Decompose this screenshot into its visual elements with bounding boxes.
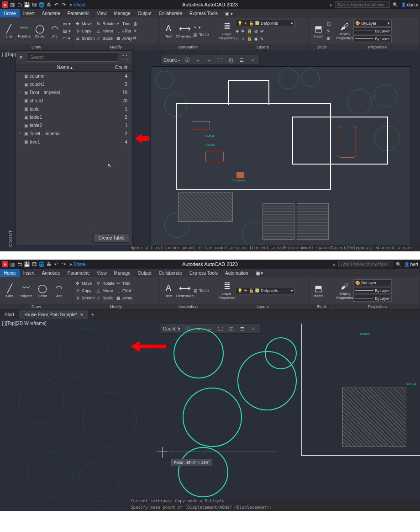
share-button[interactable]: ➤ Share — [69, 262, 86, 267]
ellipse-button[interactable]: ⬭▾ — [63, 35, 71, 42]
column-header-name[interactable]: Name ▴ — [21, 65, 109, 70]
app-logo-icon[interactable]: A — [2, 261, 8, 267]
circle-button[interactable]: ◯Circle — [32, 23, 47, 39]
line-button[interactable]: ╱Line — [2, 23, 16, 39]
tab-parametric[interactable]: Parametric — [64, 269, 93, 277]
offset-button[interactable]: ⧉ — [133, 35, 137, 42]
insert-button[interactable]: ⬒Insert — [310, 283, 326, 298]
redo-icon[interactable]: ↷ — [60, 1, 67, 8]
layer-off-icon[interactable]: ◍ — [254, 29, 258, 33]
explode-button[interactable]: ✦ — [133, 27, 137, 34]
count-info-icon[interactable]: ⓘ — [184, 56, 191, 64]
tab-overflow[interactable]: ▣ ▾ — [221, 9, 236, 17]
undo-icon[interactable]: ↶ — [53, 1, 59, 8]
count-select-icon[interactable]: ◰ — [228, 325, 235, 332]
count-row[interactable]: ▣table12 — [16, 113, 132, 121]
circle-button[interactable]: ◯Circle — [35, 283, 50, 298]
plot-icon[interactable]: 🖶 — [46, 1, 52, 8]
open-icon[interactable]: 🗀 — [16, 1, 23, 8]
help-search-input[interactable] — [338, 261, 393, 267]
move-button[interactable]: ✥Move — [75, 20, 95, 27]
line-button[interactable]: ╱Line — [2, 283, 17, 298]
tab-home[interactable]: Home — [0, 9, 20, 17]
copy-button[interactable]: ⎘Copy — [75, 287, 95, 294]
count-area-icon[interactable]: ⛶ — [121, 53, 129, 61]
command-line[interactable]: Specify first corner point of the count … — [128, 245, 420, 251]
tab-collaborate[interactable]: Collaborate — [155, 9, 186, 17]
tab-manage[interactable]: Manage — [110, 269, 134, 277]
arc-button[interactable]: ◠Arc — [51, 283, 67, 298]
match-properties-button[interactable]: 🖌Match Properties — [337, 281, 352, 300]
stretch-button[interactable]: ⇲Stretch — [75, 294, 95, 301]
close-icon[interactable]: ✕ — [19, 54, 24, 60]
view-label[interactable]: [-][Top][2D Wireframe] — [2, 321, 47, 326]
close-icon[interactable]: ✕ — [80, 312, 84, 317]
count-row[interactable]: ▣table1 — [16, 105, 132, 113]
layer-properties-button[interactable]: ≣Layer Properties — [219, 281, 235, 300]
expand-icon[interactable]: + — [18, 90, 22, 95]
trim-button[interactable]: ✂Trim — [116, 20, 132, 27]
tab-insert[interactable]: Insert — [20, 269, 38, 277]
mirror-button[interactable]: △Mirror — [96, 287, 115, 294]
count-list-icon[interactable]: ☰ — [239, 325, 246, 332]
count-accept-icon[interactable]: ✔ — [249, 56, 257, 64]
count-select-icon[interactable]: ◰ — [227, 56, 235, 64]
tab-overflow[interactable]: ▣ ▾ — [252, 269, 267, 277]
command-line[interactable]: Specify base point or [Displacement/mOde… — [128, 505, 420, 511]
new-tab-button[interactable]: ＋ — [88, 311, 97, 318]
search-icon[interactable]: 🔍 — [396, 262, 401, 267]
new-icon[interactable]: ▥ — [9, 1, 16, 8]
count-row[interactable]: ▣table21 — [16, 121, 132, 129]
tab-annotate[interactable]: Annotate — [38, 9, 64, 17]
layer-current-dropdown[interactable]: 💡 ☀ 🔓 Defpoints ▾ — [236, 287, 295, 294]
help-arrow-icon[interactable]: ▸ — [333, 262, 336, 267]
tab-output[interactable]: Output — [134, 269, 155, 277]
user-menu[interactable]: 👤 dan.v — [401, 2, 418, 7]
fillet-button[interactable]: ◟Fillet — [116, 287, 132, 294]
color-bylayer-dropdown[interactable]: 🎨 ByLayer — [353, 279, 392, 286]
user-menu[interactable]: 👤 bert — [404, 262, 418, 267]
polyline-button[interactable]: 〰Polyline — [18, 283, 34, 298]
count-row[interactable]: ▣couch12 — [16, 80, 132, 88]
column-header-count[interactable]: Count — [109, 65, 127, 70]
tab-parametric[interactable]: Parametric — [64, 9, 93, 17]
attr-block-icon[interactable]: ⊞ — [327, 35, 331, 42]
erase-button[interactable]: 🗑 — [133, 20, 137, 27]
insert-button[interactable]: ⬒Insert — [310, 23, 326, 39]
layer-freeze-icon[interactable]: ❄ — [241, 29, 245, 33]
search-icon[interactable]: 🔍 — [393, 2, 398, 7]
tab-express-tools[interactable]: Express Tools — [186, 269, 221, 277]
tab-view[interactable]: View — [93, 269, 110, 277]
share-button[interactable]: ➤ Share — [69, 2, 86, 7]
count-next-icon[interactable]: → — [205, 56, 213, 64]
rotate-button[interactable]: ↻Rotate — [96, 20, 115, 27]
array-button[interactable]: ▦Array — [116, 35, 132, 42]
rect-button[interactable]: ▭▾ — [63, 20, 71, 27]
stretch-button[interactable]: ⇲Stretch — [75, 35, 95, 42]
count-prev-icon[interactable]: ← — [194, 56, 202, 64]
save-icon[interactable]: 💾 — [24, 261, 30, 267]
layer-lock-icon[interactable]: 🔒 — [247, 29, 252, 33]
edit-block-icon[interactable]: ✎ — [327, 27, 331, 34]
hatch-button[interactable]: ▧▾ — [63, 27, 71, 34]
open-icon[interactable]: 🗀 — [16, 261, 23, 267]
layer-properties-button[interactable]: ≣Layer Properties — [219, 21, 235, 41]
undo-icon[interactable]: ↶ — [53, 261, 59, 267]
drawing-canvas-top[interactable]: [-][Top][2D Wireframe] Count: - ⓘ ← → ⛶ … — [0, 50, 420, 251]
saveas-icon[interactable]: 🖫 — [31, 261, 37, 267]
fillet-button[interactable]: ◟Fillet — [116, 27, 132, 34]
text-button[interactable]: AText — [161, 23, 176, 39]
web-icon[interactable]: 🌐 — [38, 1, 45, 8]
match-properties-button[interactable]: 🖌Match Properties — [337, 21, 352, 41]
redo-icon[interactable]: ↷ — [60, 261, 67, 267]
tab-output[interactable]: Output — [134, 9, 155, 17]
text-button[interactable]: AText — [161, 283, 176, 298]
dimension-button[interactable]: ⟷Dimension — [177, 283, 193, 298]
count-list-icon[interactable]: ☰ — [238, 56, 246, 64]
scale-button[interactable]: ⤢Scale — [96, 35, 115, 42]
expand-icon[interactable]: + — [18, 131, 22, 136]
layer-thaw-icon[interactable]: ☼ — [241, 37, 245, 41]
file-tab-active[interactable]: House Floor Plan Sample* ✕ — [19, 310, 88, 319]
app-logo-icon[interactable]: A — [2, 1, 8, 8]
count-accept-icon[interactable]: ✔ — [250, 325, 257, 332]
